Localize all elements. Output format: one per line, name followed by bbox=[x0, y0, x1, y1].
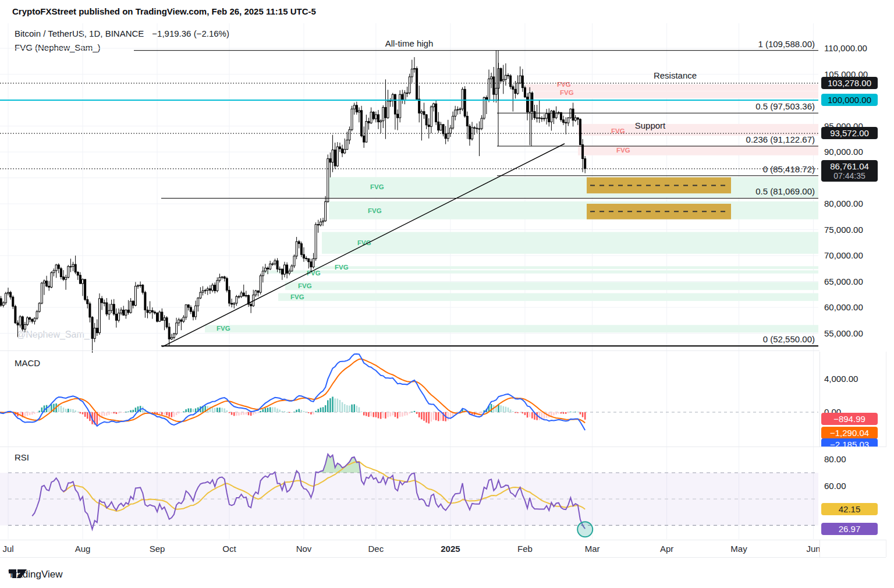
macd-pane[interactable] bbox=[0, 352, 820, 447]
candle bbox=[29, 318, 31, 320]
macd-scale[interactable]: 4,000.000.00−894.99−1,290.04−2,185.03 bbox=[820, 352, 894, 447]
candle bbox=[579, 119, 581, 145]
candle bbox=[94, 328, 95, 339]
candle bbox=[378, 115, 379, 122]
macd-histogram-bar bbox=[269, 407, 271, 412]
candle bbox=[19, 317, 21, 325]
macd-histogram-bar bbox=[65, 409, 67, 412]
candle bbox=[260, 276, 261, 292]
macd-histogram-bar bbox=[82, 412, 84, 415]
pane-separator[interactable] bbox=[0, 447, 886, 447]
candle bbox=[327, 159, 329, 202]
macd-histogram-bar bbox=[332, 396, 334, 412]
candle bbox=[382, 107, 384, 121]
candle bbox=[132, 301, 134, 305]
candle bbox=[560, 112, 562, 119]
candle bbox=[555, 113, 557, 118]
macd-histogram-bar bbox=[361, 412, 363, 412]
macd-histogram-bar bbox=[438, 412, 439, 421]
price-badge: 103,278.00 bbox=[821, 77, 878, 89]
candle bbox=[442, 125, 444, 134]
candle bbox=[178, 320, 180, 323]
price-pane[interactable]: FVGFVGFVGFVGFVGFVGFVGFVGFVGFVGFVGFVG1 (1… bbox=[0, 23, 820, 353]
candle bbox=[553, 111, 555, 118]
macd-histogram-bar bbox=[125, 412, 127, 412]
candle bbox=[276, 261, 278, 269]
candle bbox=[58, 265, 59, 268]
countdown-timer: 07:44:35 bbox=[825, 171, 874, 180]
candle bbox=[22, 317, 23, 329]
candle bbox=[269, 264, 271, 269]
macd-histogram-bar bbox=[72, 409, 74, 412]
macd-histogram-bar bbox=[27, 412, 29, 416]
macd-histogram-bar bbox=[517, 412, 519, 413]
price-badge: 93,572.00 bbox=[821, 127, 878, 139]
macd-histogram-bar bbox=[387, 412, 389, 417]
candle bbox=[409, 77, 410, 93]
candle bbox=[447, 133, 449, 139]
macd-histogram-bar bbox=[224, 409, 225, 412]
macd-histogram-bar bbox=[425, 412, 427, 423]
candle bbox=[187, 305, 189, 307]
macd-histogram-bar bbox=[421, 412, 423, 419]
candle bbox=[183, 317, 185, 321]
candle bbox=[466, 116, 468, 126]
candle bbox=[462, 89, 463, 109]
candle bbox=[399, 94, 401, 118]
fvg-zone bbox=[578, 146, 818, 155]
macd-histogram-bar bbox=[298, 409, 300, 412]
macd-histogram-bar bbox=[113, 412, 115, 413]
candle bbox=[344, 150, 346, 153]
rsi-pane[interactable] bbox=[0, 447, 820, 539]
macd-histogram-bar bbox=[104, 412, 105, 416]
candle bbox=[134, 286, 136, 306]
fvg-zone bbox=[205, 325, 818, 332]
price-scale[interactable]: 110,000.00105,000.00100,000.0095,000.009… bbox=[820, 23, 894, 352]
candle bbox=[137, 286, 139, 286]
macd-histogram-bar bbox=[356, 406, 358, 412]
candle bbox=[236, 296, 237, 303]
candle bbox=[296, 242, 297, 256]
macd-histogram-bar bbox=[411, 412, 413, 412]
macd-histogram-bar bbox=[240, 412, 242, 415]
fvg-zone bbox=[534, 91, 818, 98]
candle bbox=[12, 297, 14, 306]
macd-histogram-bar bbox=[61, 406, 62, 412]
tradingview-published-chart: { "attribution": "CryptoFXStreet publish… bbox=[0, 0, 894, 588]
macd-histogram-bar bbox=[272, 408, 274, 412]
candle bbox=[17, 323, 19, 325]
macd-histogram-bar bbox=[558, 412, 560, 413]
macd-histogram-bar bbox=[108, 412, 110, 415]
macd-histogram-bar bbox=[344, 404, 346, 412]
macd-histogram-bar bbox=[505, 407, 507, 412]
macd-histogram-bar bbox=[337, 399, 339, 412]
candle bbox=[154, 312, 155, 313]
candle bbox=[389, 101, 391, 101]
macd-histogram-bar bbox=[291, 412, 293, 413]
rsi-scale[interactable]: 80.0060.0042.1526.97 bbox=[820, 447, 894, 540]
candle bbox=[310, 262, 312, 267]
candle bbox=[250, 304, 252, 306]
candle bbox=[428, 125, 430, 127]
candle bbox=[464, 89, 466, 116]
candle bbox=[358, 111, 360, 112]
candle bbox=[476, 128, 478, 129]
candle bbox=[262, 271, 264, 276]
candle bbox=[565, 122, 567, 123]
candle bbox=[108, 310, 110, 314]
macd-histogram-bar bbox=[418, 412, 420, 417]
pane-separator[interactable] bbox=[0, 350, 886, 351]
candle bbox=[411, 69, 413, 77]
macd-histogram-bar bbox=[423, 412, 425, 421]
candle bbox=[563, 120, 565, 122]
macd-histogram-bar bbox=[176, 412, 178, 415]
macd-histogram-bar bbox=[351, 405, 353, 412]
macd-histogram-bar bbox=[116, 412, 118, 414]
time-axis[interactable]: JulAugSepOctNovDec2025FebMarAprMayJun bbox=[0, 540, 820, 557]
candle bbox=[233, 303, 235, 304]
candle bbox=[15, 306, 16, 323]
candle bbox=[512, 87, 514, 89]
candle bbox=[48, 286, 50, 288]
macd-histogram-bar bbox=[262, 409, 264, 412]
candle bbox=[226, 278, 228, 290]
